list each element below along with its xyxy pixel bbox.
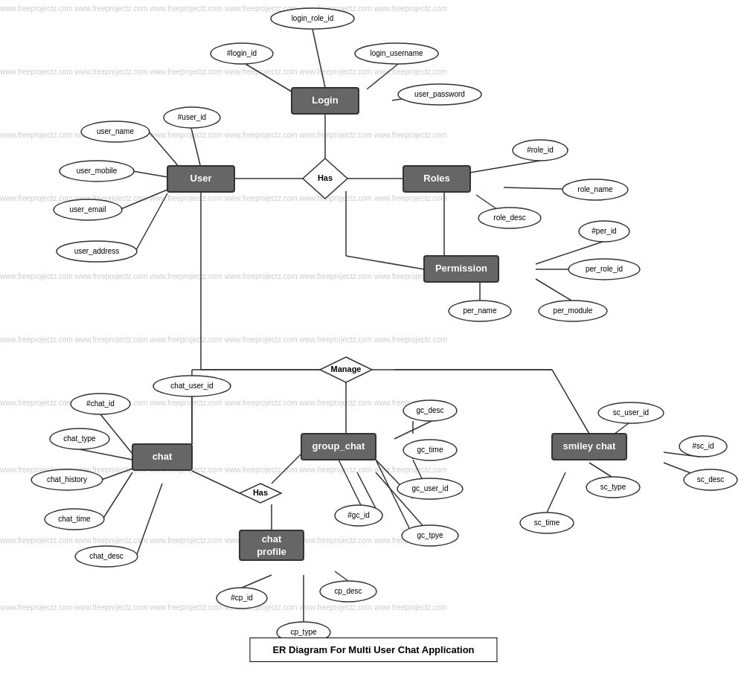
group-chat-label: group_chat <box>312 440 365 452</box>
has-label: Has <box>318 173 333 182</box>
sc-type-attr: sc_type <box>600 483 626 491</box>
svg-line-41 <box>552 370 589 434</box>
user-email-attr: user_email <box>70 205 106 213</box>
login-label: Login <box>312 94 338 106</box>
sc-user-id-attr: sc_user_id <box>613 408 649 417</box>
svg-line-28 <box>346 256 424 269</box>
svg-text:www.freeprojectz.com        ww: www.freeprojectz.com www.freeprojectz.co… <box>0 272 447 280</box>
gc-desc-attr: gc_desc <box>416 406 443 414</box>
manage-label: Manage <box>331 365 362 373</box>
svg-text:www.freeprojectz.com        ww: www.freeprojectz.com www.freeprojectz.co… <box>0 131 447 139</box>
user-id-attr: #user_id <box>178 113 206 121</box>
roles-label: Roles <box>423 173 449 184</box>
svg-line-19 <box>132 171 167 177</box>
cp-id-attr: #cp_id <box>231 594 252 602</box>
login-id-attr: #login_id <box>227 49 257 57</box>
per-id-attr: #per_id <box>591 227 616 235</box>
chat-type-attr: chat_type <box>63 434 96 443</box>
chat-profile-label2: profile <box>257 546 286 557</box>
svg-text:www.freeprojectz.com        ww: www.freeprojectz.com www.freeprojectz.co… <box>0 68 447 76</box>
role-desc-attr: role_desc <box>493 213 525 222</box>
gc-tpye-attr: gc_tpye <box>417 531 443 539</box>
cp-desc-attr: cp_desc <box>334 587 362 595</box>
sc-time-attr: sc_time <box>534 518 560 527</box>
chat-history-attr: chat_history <box>47 475 87 484</box>
svg-line-66 <box>242 575 272 588</box>
smiley-chat-label: smiley chat <box>563 440 616 452</box>
per-name-attr: per_name <box>463 306 496 315</box>
per-module-attr: per_module <box>554 306 593 315</box>
role-name-attr: role_name <box>577 185 613 193</box>
svg-line-67 <box>335 571 348 581</box>
sc-id-attr: #sc_id <box>693 442 714 450</box>
gc-user-id-attr: gc_user_id <box>412 484 449 492</box>
user-label: User <box>190 173 212 184</box>
svg-text:www.freeprojectz.com        ww: www.freeprojectz.com www.freeprojectz.co… <box>0 399 447 407</box>
user-address-attr: user_address <box>74 247 120 255</box>
svg-line-64 <box>589 463 612 477</box>
chat-time-attr: chat_time <box>58 515 91 523</box>
svg-line-46 <box>103 472 132 519</box>
svg-line-48 <box>192 471 240 493</box>
svg-line-65 <box>547 472 565 513</box>
has2-label: Has <box>253 488 268 497</box>
chat-id-attr: #chat_id <box>86 399 115 408</box>
svg-text:www.freeprojectz.com        ww: www.freeprojectz.com www.freeprojectz.co… <box>0 536 447 545</box>
user-mobile-attr: user_mobile <box>77 167 118 175</box>
svg-line-47 <box>136 484 162 556</box>
login-role-id-attr: login_role_id <box>292 14 334 22</box>
svg-line-22 <box>470 161 540 173</box>
login-username-attr: login_username <box>370 49 423 57</box>
chat-desc-attr: chat_desc <box>89 552 124 560</box>
svg-line-10 <box>312 29 325 88</box>
user-password-attr: user_password <box>414 90 465 98</box>
gc-id-attr: #gc_id <box>347 511 369 519</box>
diagram-svg: www.freeprojectz.com www.freeprojectz.co… <box>0 0 747 670</box>
cp-type-attr: cp_type <box>290 628 316 636</box>
permission-label: Permission <box>435 263 487 274</box>
footer-label: ER Diagram For Multi User Chat Applicati… <box>249 638 497 662</box>
svg-line-32 <box>536 279 571 301</box>
er-diagram: www.freeprojectz.com www.freeprojectz.co… <box>0 0 747 670</box>
svg-text:www.freeprojectz.com        ww: www.freeprojectz.com www.freeprojectz.co… <box>0 335 447 344</box>
chat-profile-label1: chat <box>262 533 282 545</box>
svg-line-44 <box>80 449 132 460</box>
gc-time-attr: gc_time <box>417 446 443 454</box>
user-name-attr: user_name <box>97 127 134 135</box>
svg-text:www.freeprojectz.com        ww: www.freeprojectz.com www.freeprojectz.co… <box>0 4 447 13</box>
role-id-attr: #role_id <box>527 146 554 154</box>
sc-desc-attr: sc_desc <box>697 475 725 484</box>
chat-user-id-attr: chat_user_id <box>170 382 213 390</box>
chat-label: chat <box>153 451 173 462</box>
per-role-id-attr: per_role_id <box>586 265 623 273</box>
